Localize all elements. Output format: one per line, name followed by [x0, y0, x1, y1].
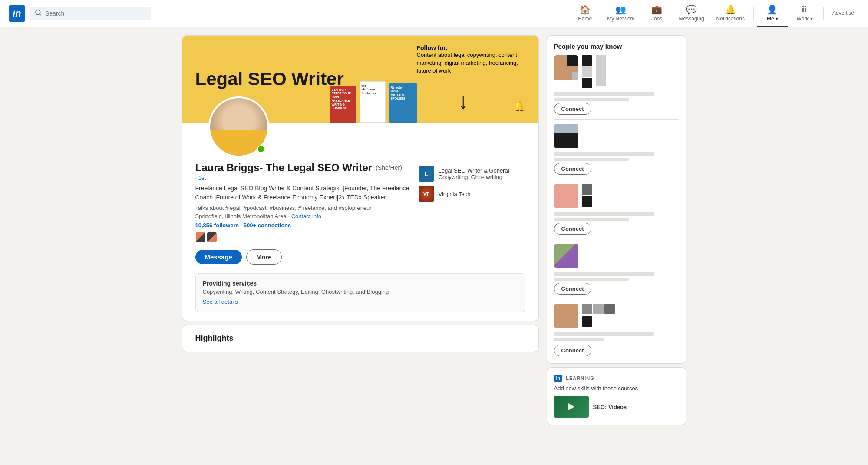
bell-icon[interactable]: 🔔 — [514, 101, 525, 112]
person-aux-3 — [582, 184, 592, 208]
nav-work-label: Work ▾ — [796, 16, 812, 22]
person-avatars-1 — [554, 55, 679, 88]
nav-me[interactable]: 👤 Me ▾ — [757, 0, 788, 27]
avatar-area: 🔔 — [182, 96, 538, 157]
connect-button-1[interactable]: Connect — [554, 103, 591, 115]
person-avatars-2 — [554, 124, 679, 148]
services-box: Providing services Copywriting, Writing,… — [195, 273, 525, 312]
nav-home[interactable]: 🏠 Home — [570, 0, 600, 27]
divider-4 — [554, 299, 679, 299]
learning-header: in LEARNING — [554, 375, 679, 382]
banner-title: Legal SEO Writer — [195, 69, 344, 90]
profile-stats: 10,856 followers · 500+ connections — [195, 222, 410, 229]
nav-notifications[interactable]: 🔔 Notifications — [711, 0, 750, 27]
home-icon: 🏠 — [580, 4, 591, 15]
contact-info-link[interactable]: Contact info — [291, 213, 321, 219]
profile-actions: Message More — [195, 249, 525, 265]
nav-divider-2 — [823, 7, 824, 20]
search-bar[interactable] — [30, 7, 151, 20]
highlights-title: Highlights — [195, 334, 525, 343]
my-network-icon: 👥 — [615, 4, 626, 15]
followers-count[interactable]: 10,856 followers — [195, 222, 239, 229]
exp-logo-1: L — [419, 166, 434, 182]
course-thumbnail[interactable] — [554, 396, 589, 418]
person-row-1: Connect — [554, 55, 679, 115]
connect-button-5[interactable]: Connect — [554, 345, 591, 356]
nav-messaging-label: Messaging — [679, 16, 704, 22]
svg-line-1 — [40, 14, 41, 15]
person-row-4: Connect — [554, 244, 679, 295]
navbar: in 🏠 Home 👥 My Network 💼 Jobs 💬 Messagin… — [0, 0, 868, 27]
exp-logo-2: VT — [419, 186, 434, 202]
more-button[interactable]: More — [246, 249, 282, 265]
linkedin-learning-badge: in — [554, 375, 563, 382]
pronouns: (She/Her) — [376, 164, 402, 171]
message-button[interactable]: Message — [195, 250, 242, 264]
main-layout: Legal SEO Writer STARTUPSTART YOUR OWNFR… — [174, 36, 695, 429]
divider-1 — [554, 119, 679, 120]
learning-section-label: LEARNING — [566, 375, 594, 381]
person-row-3: Connect — [554, 184, 679, 235]
nav-work[interactable]: ⠿ Work ▾ — [789, 0, 820, 27]
highlights-section: Highlights — [182, 325, 538, 352]
person-avatar-4 — [554, 244, 578, 268]
nav-advertise-label: Advertise — [832, 10, 854, 16]
search-icon — [35, 9, 42, 18]
profile-card: Legal SEO Writer STARTUPSTART YOUR OWNFR… — [182, 36, 538, 321]
aux-av-1c — [582, 78, 592, 88]
person-avatars-4 — [554, 244, 679, 268]
profile-info: Laura Briggs- The Legal SEO Writer (She/… — [182, 157, 538, 273]
nav-my-network[interactable]: 👥 My Network — [602, 0, 640, 27]
services-title: Providing services — [203, 280, 518, 287]
linkedin-logo[interactable]: in — [9, 5, 25, 22]
divider-2 — [554, 179, 679, 179]
nav-notifications-label: Notifications — [716, 16, 745, 22]
person-name-placeholder-1 — [554, 92, 679, 101]
person-avatar-5a — [554, 304, 578, 328]
person-aux-5 — [582, 304, 617, 328]
nav-advertise[interactable]: Advertise — [827, 0, 859, 27]
exp-title-2: Virginia Tech — [439, 191, 471, 197]
person-avatar-2 — [554, 124, 578, 148]
people-card-title: People you may know — [554, 43, 679, 50]
person-row-5: Connect — [554, 304, 679, 356]
services-see-all-link[interactable]: See all details — [203, 299, 238, 305]
learning-subtitle: Add new skills with these courses — [554, 385, 679, 392]
connect-button-4[interactable]: Connect — [554, 283, 591, 295]
people-you-may-know-card: People you may know — [547, 36, 686, 363]
nav-me-label: Me ▾ — [767, 16, 778, 22]
learning-card: in LEARNING Add new skills with these co… — [547, 368, 686, 425]
aux-av-1d — [596, 55, 606, 86]
svg-point-0 — [36, 10, 40, 15]
profile-headline: Freelance Legal SEO Blog Writer & Conten… — [195, 184, 410, 202]
connection-degree: · 1st — [195, 175, 410, 181]
connect-button-3[interactable]: Connect — [554, 223, 591, 235]
person-aux-avatars-1 — [582, 55, 592, 88]
messaging-icon: 💬 — [686, 4, 697, 15]
person-row-2: Connect — [554, 124, 679, 175]
nav-jobs-label: Jobs — [651, 16, 662, 22]
person-avatar-1a — [554, 55, 578, 80]
notifications-icon: 🔔 — [725, 4, 736, 15]
aux-av-1b — [582, 66, 592, 77]
course-name[interactable]: SEO: Videos — [593, 404, 627, 410]
nav-messaging[interactable]: 💬 Messaging — [674, 0, 710, 27]
person-name-placeholder-2 — [554, 152, 679, 161]
mutual-avatars — [195, 232, 410, 242]
divider-3 — [554, 239, 679, 239]
nav-jobs[interactable]: 💼 Jobs — [642, 0, 672, 27]
connect-button-2[interactable]: Connect — [554, 163, 591, 175]
work-experience: L Legal SEO Writer & General Copywriting… — [410, 166, 525, 202]
connections-count[interactable]: 500+ connections — [244, 222, 291, 229]
profile-section: Legal SEO Writer STARTUPSTART YOUR OWNFR… — [182, 36, 538, 429]
exp-item-1: L Legal SEO Writer & General Copywriting… — [419, 166, 525, 182]
nav-divider — [753, 7, 754, 20]
profile-hashtags: Talks about #legal, #podcast, #business,… — [195, 205, 410, 211]
services-list: Copywriting, Writing, Content Strategy, … — [203, 289, 518, 295]
profile-avatar-container — [208, 96, 269, 157]
online-indicator — [257, 145, 265, 153]
work-icon: ⠿ — [801, 4, 808, 15]
mutual-avatar-1 — [195, 232, 206, 242]
banner-follow: Follow for: Content about legal copywrit… — [417, 44, 525, 75]
search-input[interactable] — [45, 10, 146, 17]
